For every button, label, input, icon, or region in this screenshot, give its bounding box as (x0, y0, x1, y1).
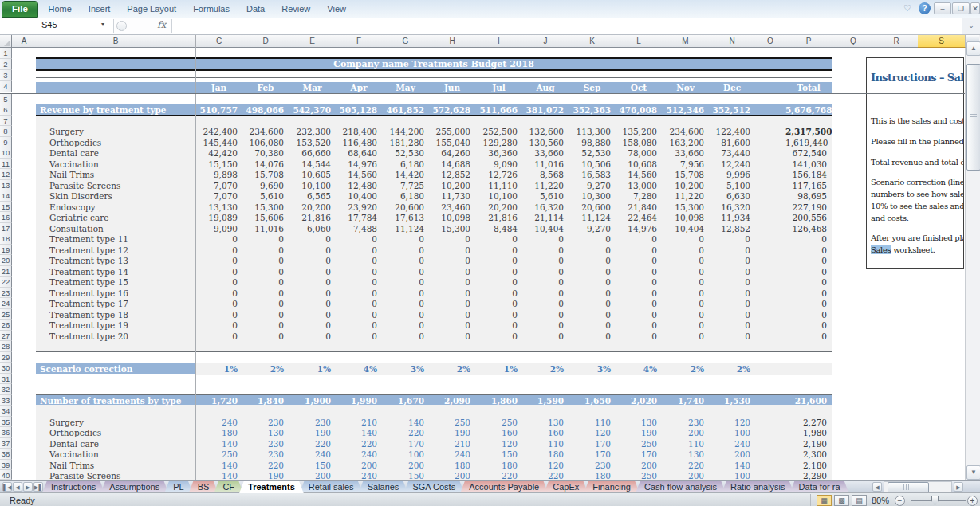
revenue-cell[interactable]: 242,400 (195, 126, 242, 137)
row-header-10[interactable]: 10 (0, 147, 12, 159)
revenue-cell[interactable]: 122,400 (709, 126, 755, 137)
zero-cell[interactable]: 0 (662, 255, 709, 266)
scenario-cell[interactable]: 2% (709, 363, 755, 375)
row-header-7[interactable]: 7 (0, 116, 12, 127)
revenue-cell[interactable]: 42,420 (195, 147, 242, 159)
row-header-37[interactable]: 37 (0, 438, 12, 449)
row-header-5[interactable]: 5 (0, 94, 12, 105)
month-header-Dec[interactable]: Dec (709, 82, 755, 93)
revenue-cell[interactable]: 14,560 (336, 169, 382, 180)
counts-total-cell[interactable]: 1,740 (662, 395, 709, 406)
counts-row-total[interactable]: 2,190 (785, 438, 832, 449)
revenue-cell[interactable]: 9,690 (242, 180, 289, 191)
revenue-cell[interactable]: 10,100 (475, 190, 522, 202)
zero-cell[interactable]: 0 (569, 331, 616, 342)
sheet-tab-sga-costs[interactable]: SGA Costs (403, 481, 464, 493)
row-header-29[interactable]: 29 (0, 352, 12, 363)
counts-cell[interactable]: 170 (569, 438, 616, 449)
counts-row-total[interactable]: 1,980 (785, 427, 832, 438)
sheet-tab-capex[interactable]: CapEx (544, 481, 588, 493)
counts-grand-total[interactable]: 21,600 (785, 395, 832, 406)
zero-cell[interactable]: 0 (289, 298, 336, 309)
zero-cell[interactable]: 0 (662, 277, 709, 288)
revenue-cell[interactable]: 15,300 (662, 202, 709, 213)
revenue-cell[interactable]: 129,280 (475, 137, 522, 148)
revenue-total-cell[interactable]: 505,128 (336, 104, 382, 116)
revenue-cell[interactable]: 9,898 (195, 169, 242, 180)
zero-cell[interactable]: 0 (242, 298, 289, 309)
revenue-cell[interactable]: 98,880 (569, 137, 616, 148)
row-header-20[interactable]: 20 (0, 255, 12, 266)
month-header-Aug[interactable]: Aug (522, 82, 569, 93)
counts-row-total[interactable]: 2,300 (785, 449, 832, 460)
zoom-slider-thumb[interactable] (931, 496, 939, 505)
zero-cell[interactable]: 0 (289, 266, 336, 277)
zero-cell[interactable]: 0 (569, 288, 616, 299)
zero-cell[interactable]: 0 (195, 288, 242, 299)
counts-cell[interactable]: 240 (336, 470, 382, 480)
zero-cell[interactable]: 0 (242, 331, 289, 342)
revenue-cell[interactable]: 135,200 (616, 126, 662, 137)
revenue-cell[interactable]: 7,488 (336, 223, 382, 234)
revenue-cell[interactable]: 10,404 (522, 223, 569, 234)
column-header-R[interactable]: R (875, 35, 919, 48)
cells-area[interactable]: Company name Treatments Budget 2018JanFe… (0, 48, 965, 480)
row-label[interactable]: Vaccination (36, 159, 195, 170)
counts-cell[interactable]: 140 (195, 470, 242, 480)
revenue-cell[interactable]: 163,200 (662, 137, 709, 148)
zero-cell[interactable]: 0 (195, 298, 242, 309)
counts-cell[interactable]: 230 (569, 460, 616, 471)
counts-cell[interactable]: 140 (382, 417, 429, 428)
zero-cell[interactable]: 0 (242, 320, 289, 331)
revenue-cell[interactable]: 5,100 (709, 180, 755, 191)
revenue-cell[interactable]: 10,605 (289, 169, 336, 180)
counts-cell[interactable]: 140 (336, 427, 382, 438)
counts-cell[interactable]: 210 (336, 417, 382, 428)
revenue-cell[interactable]: 10,100 (289, 180, 336, 191)
revenue-cell[interactable]: 11,934 (709, 212, 755, 223)
column-header-Q[interactable]: Q (832, 35, 876, 48)
row-header-30[interactable]: 30 (0, 363, 12, 374)
row-header-32[interactable]: 32 (0, 384, 12, 395)
revenue-cell[interactable]: 12,726 (475, 169, 522, 180)
sheet-tab-bs[interactable]: BS (189, 481, 218, 493)
sheet-tab-assumptions[interactable]: Assumptions (100, 481, 168, 493)
zero-cell[interactable]: 0 (709, 288, 755, 299)
revenue-cell[interactable]: 7,070 (195, 180, 242, 191)
zero-cell[interactable]: 0 (336, 245, 382, 256)
zero-row-total[interactable]: 0 (785, 309, 832, 320)
zero-cell[interactable]: 0 (195, 277, 242, 288)
counts-cell[interactable]: 190 (616, 427, 662, 438)
zero-cell[interactable]: 0 (475, 320, 522, 331)
zero-cell[interactable]: 0 (429, 331, 475, 342)
sheet-tab-treatments[interactable]: Treatments (239, 481, 304, 493)
zero-row-total[interactable]: 0 (785, 277, 832, 288)
counts-cell[interactable]: 130 (662, 449, 709, 460)
zero-cell[interactable]: 0 (336, 255, 382, 266)
zero-cell[interactable]: 0 (242, 266, 289, 277)
row-label[interactable]: Surgery (36, 417, 195, 428)
row-header-33[interactable]: 33 (0, 395, 12, 406)
revenue-cell[interactable]: 5,610 (522, 190, 569, 202)
row-label[interactable]: Treatment type 15 (36, 277, 195, 288)
row-label[interactable]: Dental care (36, 147, 195, 159)
hscroll-right-icon[interactable]: ▶ (954, 482, 963, 492)
revenue-cell[interactable]: 9,270 (569, 180, 616, 191)
row-header-6[interactable]: 6 (0, 104, 12, 116)
zero-cell[interactable]: 0 (382, 320, 429, 331)
row-header-21[interactable]: 21 (0, 266, 12, 277)
zero-cell[interactable]: 0 (522, 233, 569, 245)
revenue-total-cell[interactable]: 461,852 (382, 104, 429, 116)
month-header-Mar[interactable]: Mar (289, 82, 336, 93)
sheet-tab-instructions[interactable]: Instructions (42, 481, 104, 493)
zero-cell[interactable]: 0 (522, 288, 569, 299)
scenario-cell[interactable]: 3% (382, 363, 429, 375)
column-header-G[interactable]: G (382, 35, 430, 48)
row-label[interactable]: Vaccination (36, 449, 195, 460)
column-header-E[interactable]: E (289, 35, 337, 48)
column-header-O[interactable]: O (755, 35, 786, 48)
zero-cell[interactable]: 0 (382, 266, 429, 277)
revenue-cell[interactable]: 181,280 (382, 137, 429, 148)
revenue-cell[interactable]: 5,610 (242, 190, 289, 202)
zero-cell[interactable]: 0 (336, 277, 382, 288)
